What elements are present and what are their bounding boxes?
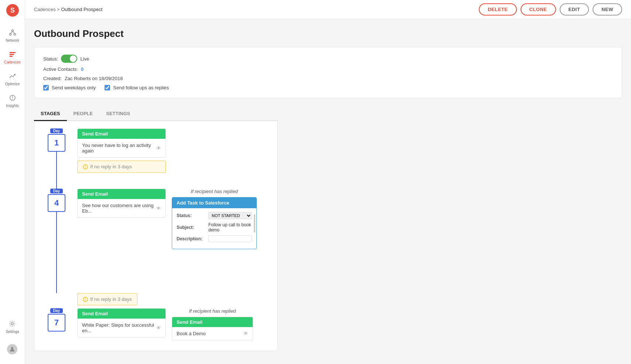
condition-dot-1: i	[83, 164, 88, 169]
day-number-2: 4	[48, 194, 65, 212]
stage-3-left: Send Email White Paper: Steps for succes…	[77, 308, 166, 340]
status-value: Live	[80, 56, 89, 62]
tab-stages[interactable]: STAGES	[34, 107, 67, 121]
svg-rect-7	[10, 52, 16, 53]
followups-checkbox-label[interactable]: Send follow ups as replies	[105, 85, 169, 90]
sidebar-bottom: Settings	[6, 316, 19, 364]
day-label-3: Day	[50, 308, 63, 313]
topbar-actions: DELETE CLONE EDIT NEW	[479, 3, 622, 16]
contacts-label: Active Contacts:	[43, 66, 78, 72]
tab-people[interactable]: PEOPLE	[67, 107, 100, 121]
followups-checkbox[interactable]	[105, 85, 110, 90]
new-button[interactable]: NEW	[593, 3, 622, 16]
stage-1-content: Send Email You never have to log an acti…	[77, 128, 270, 176]
condition-box-1: i If no reply in 3 days	[77, 161, 166, 173]
stage-1-email-body: You never have to log an activity again …	[78, 139, 166, 157]
stage-3-reply-body: Book a Demo 👁	[172, 327, 253, 340]
day-number-1: 1	[48, 134, 65, 152]
stages-area: Day 1 Send Email You never have to log a…	[34, 121, 278, 351]
svg-point-14	[11, 347, 13, 349]
stage-2-reply: If recipient has replied Add Task to Sal…	[172, 189, 257, 249]
tabs-bar: STAGES PEOPLE SETTINGS	[34, 107, 278, 121]
condition-text-2: If no reply in 3 days	[90, 296, 132, 302]
sidebar: S Network Cadences	[0, 0, 25, 364]
stage-2-left: Send Email See how our customers are usi…	[77, 189, 166, 221]
sidebar-item-settings[interactable]: Settings	[6, 316, 19, 337]
task-status-field: Status: NOT STARTED COMPLETED IN PROGRES…	[177, 212, 252, 219]
optimize-icon	[8, 72, 17, 80]
weekdays-label: Send weekdays only	[52, 85, 96, 90]
eye-icon-3[interactable]: 👁	[156, 325, 161, 331]
cadences-icon	[8, 50, 17, 59]
weekdays-checkbox[interactable]	[43, 85, 49, 90]
stage-3-email-text: White Paper: Steps for successful en...	[82, 322, 156, 333]
task-scroll-indicator	[254, 214, 255, 233]
sidebar-item-optimize-label: Optimize	[5, 82, 20, 86]
clone-button[interactable]: CLONE	[521, 3, 556, 16]
stage-2-email-body: See how our customers are using Eb... 👁	[78, 199, 166, 217]
stage-3-reply: If recipient has replied Send Email Book…	[172, 308, 253, 343]
stage-2: Day 4 Send Email See how our customers a…	[42, 189, 270, 293]
edit-button[interactable]: EDIT	[560, 3, 589, 16]
app-logo[interactable]: S	[6, 4, 19, 17]
created-value: Zac Roberts on 18/09/2018	[65, 76, 123, 81]
checkbox-row: Send weekdays only Send follow ups as re…	[43, 85, 613, 90]
breadcrumb: Cadences > Outbound Prospect	[34, 7, 102, 12]
stage-2-email-text: See how our customers are using Eb...	[82, 203, 156, 214]
stage-3-email-header: Send Email	[78, 309, 166, 319]
stage-2-email-header: Send Email	[78, 189, 166, 199]
sidebar-item-insights[interactable]: Insights	[0, 90, 25, 111]
sidebar-item-cadences[interactable]: Cadences	[0, 46, 25, 68]
delete-button[interactable]: DELETE	[479, 3, 516, 16]
task-desc-input[interactable]	[208, 236, 252, 242]
svg-point-3	[9, 34, 11, 35]
stage-2-email-card: Send Email See how our customers are usi…	[77, 189, 166, 218]
tab-settings[interactable]: SETTINGS	[99, 107, 137, 121]
reply-label-3: If recipient has replied	[172, 308, 253, 314]
stage-3-reply-text: Book a Demo	[177, 331, 206, 336]
svg-point-2	[11, 30, 13, 32]
day-label-2: Day	[50, 189, 63, 193]
created-row: Created: Zac Roberts on 18/09/2018	[43, 76, 613, 81]
sidebar-item-cadences-label: Cadences	[4, 60, 21, 64]
stage-1-email-header: Send Email	[78, 129, 166, 139]
sidebar-item-settings-label: Settings	[6, 330, 19, 334]
condition-2-row: i If no reply in 3 days	[42, 293, 270, 308]
tabs-stages-container: STAGES PEOPLE SETTINGS Day 1 Se	[34, 107, 278, 351]
breadcrumb-sep: >	[57, 7, 60, 12]
sidebar-item-network[interactable]: Network	[0, 24, 25, 46]
network-icon	[8, 28, 17, 37]
stage-1-email-card: Send Email You never have to log an acti…	[77, 128, 166, 158]
profile-avatar	[7, 344, 17, 354]
task-card-2: Add Task to Salesforce Status: NOT START…	[172, 197, 257, 249]
task-subject-field: Subject: Follow up call to book demo	[177, 222, 252, 233]
day-label-1: Day	[50, 128, 63, 133]
sidebar-item-profile[interactable]	[6, 340, 19, 358]
task-card-header-2: Add Task to Salesforce	[172, 198, 256, 208]
svg-rect-8	[10, 54, 14, 55]
info-card: Status: Live Active Contacts: 0 Created:…	[34, 47, 622, 98]
contacts-row: Active Contacts: 0	[43, 66, 613, 72]
svg-line-5	[10, 32, 13, 34]
day-number-3: 7	[48, 314, 65, 332]
stage-2-content: Send Email See how our customers are usi…	[77, 189, 270, 249]
weekdays-checkbox-label[interactable]: Send weekdays only	[43, 85, 96, 90]
stage-3-content: Send Email White Paper: Steps for succes…	[77, 308, 270, 343]
page-content: Outbound Prospect Status: Live Active Co…	[25, 19, 631, 364]
sidebar-item-optimize[interactable]: Optimize	[0, 68, 25, 90]
condition-box-2: i If no reply in 3 days	[77, 293, 137, 305]
connector-2	[56, 212, 57, 293]
svg-point-13	[11, 323, 13, 325]
condition-2-wrap: i If no reply in 3 days	[77, 293, 137, 308]
eye-icon-1[interactable]: 👁	[156, 145, 161, 151]
status-toggle[interactable]	[61, 55, 77, 63]
sidebar-item-insights-label: Insights	[6, 104, 18, 108]
task-status-select[interactable]: NOT STARTED COMPLETED IN PROGRESS	[208, 212, 252, 219]
stage-3-email-body: White Paper: Steps for successful en... …	[78, 319, 166, 337]
reply-label-2: If recipient has replied	[172, 189, 257, 194]
eye-icon-3r[interactable]: 👁	[243, 331, 248, 336]
eye-icon-2[interactable]: 👁	[156, 206, 161, 211]
breadcrumb-link[interactable]: Cadences	[34, 7, 56, 12]
svg-rect-9	[10, 56, 13, 57]
main-area: Cadences > Outbound Prospect DELETE CLON…	[25, 0, 631, 364]
